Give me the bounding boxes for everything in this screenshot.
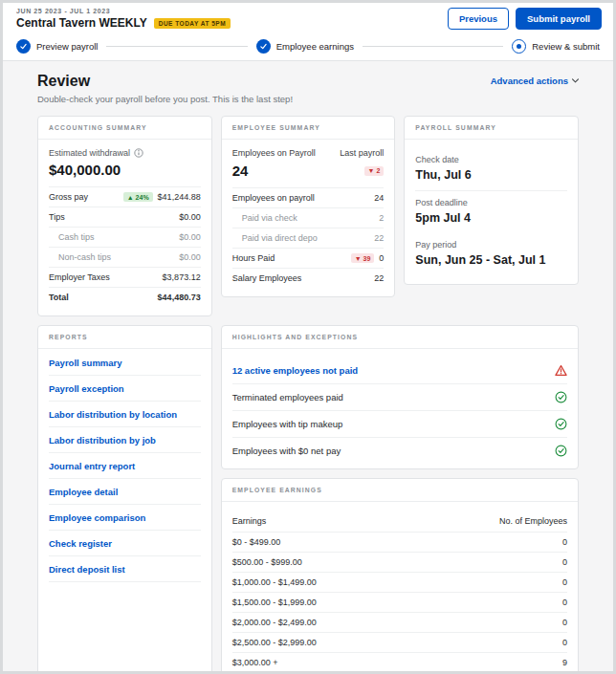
earnings-row: $2,000.00 - $2,499.00 0 <box>232 613 567 633</box>
radio-current-step-icon <box>512 39 526 54</box>
table-row: Salary Employees 22 <box>232 268 385 288</box>
section-subtitle: Double-check your payroll before you pos… <box>37 94 293 104</box>
card-header: Employee earnings <box>222 479 578 502</box>
info-icon[interactable] <box>134 148 143 158</box>
submit-payroll-button[interactable]: Submit payroll <box>516 8 602 30</box>
check-circle-icon <box>16 39 31 54</box>
report-link-payroll-summary[interactable]: Payroll summary <box>49 350 201 376</box>
warning-triangle-icon <box>555 364 567 377</box>
stepper: Preview payroll Employee earnings Review… <box>3 33 613 61</box>
step-connector <box>106 46 247 47</box>
post-deadline-group: Post deadline 5pm Jul 4 <box>415 191 567 233</box>
report-link-payroll-exception[interactable]: Payroll exception <box>49 376 201 402</box>
report-link-employee-detail[interactable]: Employee detail <box>49 479 201 505</box>
page-head-text: Review Double-check your payroll before … <box>37 73 293 104</box>
due-badge: DUE TODAY AT 5PM <box>154 18 231 29</box>
report-link-check-register[interactable]: Check register <box>49 531 201 556</box>
earnings-row: $2,500.00 - $2,999.00 0 <box>232 633 567 653</box>
step-review-submit[interactable]: Review & submit <box>512 39 600 54</box>
employee-count-row: 24 ▼ 2 <box>232 163 385 179</box>
accounting-table: Gross pay ▲ 24% $41,244.88 Tips $0.00 Ca… <box>49 186 201 307</box>
table-row: Employer Taxes $3,873.12 <box>49 267 201 287</box>
report-link-labor-distribution-location[interactable]: Labor distribution by location <box>49 402 201 427</box>
chevron-down-icon <box>572 78 579 83</box>
payroll-review-app: JUN 25 2023 - JUL 1 2023 Central Tavern … <box>0 0 616 674</box>
report-link-employee-comparison[interactable]: Employee comparison <box>49 505 201 531</box>
advanced-actions-menu[interactable]: Advanced actions <box>491 76 579 86</box>
estimated-withdrawal-value: $40,000.00 <box>49 162 201 178</box>
trend-up-badge: ▲ 24% <box>123 192 153 202</box>
cards-grid: Accounting summary Estimated withdrawal … <box>37 116 579 671</box>
topbar-left: JUN 25 2023 - JUL 1 2023 Central Tavern … <box>16 8 231 30</box>
table-row: Non-cash tips $0.00 <box>49 247 201 267</box>
highlights-exceptions-card: Highlights and exceptions 12 active empl… <box>221 325 579 469</box>
table-row: Cash tips $0.00 <box>49 227 201 247</box>
step-employee-earnings[interactable]: Employee earnings <box>256 39 354 54</box>
step-label: Preview payroll <box>36 41 98 52</box>
card-body: Payroll summary Payroll exception Labor … <box>38 349 211 591</box>
table-row: Gross pay ▲ 24% $41,244.88 <box>49 186 201 207</box>
title-row: Central Tavern WEEKLY DUE TODAY AT 5PM <box>16 16 231 30</box>
table-row: Paid via direct depo 22 <box>232 228 385 248</box>
earnings-row: $3,000.00 + 9 <box>232 653 567 671</box>
card-body: Earnings No. of Employees $0 - $499.00 0… <box>222 502 578 671</box>
highlight-row-tip-makeup: Employees with tip makeup <box>232 411 567 438</box>
card-header: Employee summary <box>222 117 395 140</box>
card-header: Highlights and exceptions <box>222 326 578 349</box>
report-link-labor-distribution-job[interactable]: Labor distribution by job <box>49 427 201 453</box>
table-row: Employees on payroll 24 <box>232 187 385 207</box>
earnings-table-header: Earnings No. of Employees <box>232 511 567 533</box>
table-row: Paid via check 2 <box>232 207 385 228</box>
earnings-row: $0 - $499.00 0 <box>232 533 567 553</box>
reports-card: Reports Payroll summary Payroll exceptio… <box>37 325 212 671</box>
employee-summary-card: Employee summary Employees on Payroll La… <box>221 116 396 297</box>
page-head: Review Double-check your payroll before … <box>37 73 579 104</box>
table-row: Tips $0.00 <box>49 207 201 227</box>
section-title: Review <box>37 73 293 90</box>
card-header: Payroll summary <box>405 117 578 140</box>
card-body: 12 active employees not paid Terminated … <box>222 349 578 468</box>
step-label: Review & submit <box>532 41 600 52</box>
card-body: Check date Thu, Jul 6 Post deadline 5pm … <box>405 140 578 284</box>
payrun-title: Central Tavern WEEKLY <box>16 16 147 30</box>
right-column: Highlights and exceptions 12 active empl… <box>221 325 579 671</box>
report-link-journal-entry[interactable]: Journal entry report <box>49 453 201 479</box>
card-body: Employees on Payroll Last payroll 24 ▼ 2… <box>222 140 395 296</box>
check-date-group: Check date Thu, Jul 6 <box>415 148 567 191</box>
employee-summary-head: Employees on Payroll Last payroll <box>232 148 385 158</box>
card-header: Reports <box>38 326 211 349</box>
payroll-summary-card: Payroll summary Check date Thu, Jul 6 Po… <box>404 116 579 285</box>
highlight-row-active-not-paid[interactable]: 12 active employees not paid <box>232 358 567 384</box>
trend-down-badge: ▼ 2 <box>364 166 385 176</box>
step-connector <box>363 46 503 47</box>
earnings-row: $500.00 - $999.00 0 <box>232 553 567 573</box>
check-circle-icon <box>555 391 567 403</box>
employee-count: 24 <box>232 163 249 179</box>
estimated-withdrawal-label: Estimated withdrawal <box>49 148 201 158</box>
pay-period-range: JUN 25 2023 - JUL 1 2023 <box>16 8 231 14</box>
table-row-total: Total $44,480.73 <box>49 287 201 307</box>
step-label: Employee earnings <box>276 41 354 52</box>
trend-down-badge: ▼ 39 <box>351 253 375 263</box>
content-area: Review Double-check your payroll before … <box>3 61 613 671</box>
previous-button[interactable]: Previous <box>448 8 509 30</box>
highlight-row-terminated-paid: Terminated employees paid <box>232 384 567 411</box>
employee-table: Employees on payroll 24 Paid via check 2… <box>232 187 385 288</box>
check-circle-icon <box>555 445 567 457</box>
advanced-actions-label: Advanced actions <box>491 76 568 86</box>
check-circle-icon <box>256 39 271 54</box>
earnings-row: $1,500.00 - $1,999.00 0 <box>232 593 567 613</box>
earnings-row: $1,000.00 - $1,499.00 0 <box>232 573 567 593</box>
check-circle-icon <box>555 418 567 430</box>
accounting-summary-card: Accounting summary Estimated withdrawal … <box>37 116 212 316</box>
employee-earnings-card: Employee earnings Earnings No. of Employ… <box>221 478 579 671</box>
topbar-actions: Previous Submit payroll <box>448 8 602 30</box>
pay-period-group: Pay period Sun, Jun 25 - Sat, Jul 1 <box>415 233 567 275</box>
step-preview-payroll[interactable]: Preview payroll <box>16 39 98 54</box>
highlight-row-zero-net-pay: Employees with $0 net pay <box>232 438 567 460</box>
topbar: JUN 25 2023 - JUL 1 2023 Central Tavern … <box>3 3 613 33</box>
table-row: Hours Paid ▼ 39 0 <box>232 248 385 268</box>
report-link-direct-deposit-list[interactable]: Direct deposit list <box>49 556 201 582</box>
card-header: Accounting summary <box>38 117 211 140</box>
card-body: Estimated withdrawal $40,000.00 Gross pa… <box>38 140 211 315</box>
